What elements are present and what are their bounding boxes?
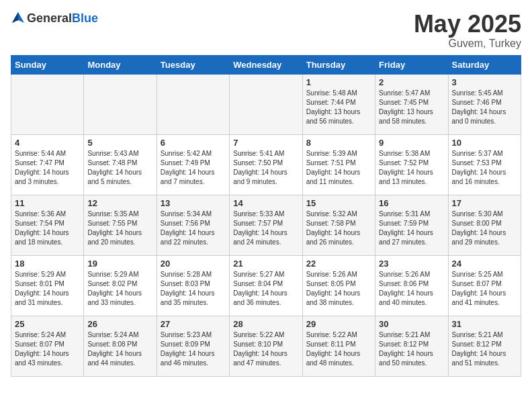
calendar-cell: 5Sunrise: 5:43 AM Sunset: 7:48 PM Daylig… <box>84 134 157 195</box>
day-number: 31 <box>452 319 517 329</box>
day-number: 29 <box>306 319 371 329</box>
day-info: Sunrise: 5:21 AM Sunset: 8:12 PM Dayligh… <box>452 330 517 368</box>
calendar-cell: 9Sunrise: 5:38 AM Sunset: 7:52 PM Daylig… <box>375 134 448 195</box>
calendar-week-4: 25Sunrise: 5:24 AM Sunset: 8:07 PM Dayli… <box>11 316 521 376</box>
day-number: 28 <box>233 319 298 329</box>
calendar-cell: 22Sunrise: 5:26 AM Sunset: 8:05 PM Dayli… <box>302 255 375 316</box>
day-number: 1 <box>306 77 371 87</box>
calendar-cell: 3Sunrise: 5:45 AM Sunset: 7:46 PM Daylig… <box>448 74 521 134</box>
day-info: Sunrise: 5:24 AM Sunset: 8:07 PM Dayligh… <box>15 330 80 368</box>
day-info: Sunrise: 5:28 AM Sunset: 8:03 PM Dayligh… <box>161 270 226 308</box>
calendar-cell: 2Sunrise: 5:47 AM Sunset: 7:45 PM Daylig… <box>375 74 448 134</box>
page-header: GeneralBlue May 2025 Guvem, Turkey <box>11 11 521 50</box>
calendar-cell: 25Sunrise: 5:24 AM Sunset: 8:07 PM Dayli… <box>11 316 84 376</box>
logo-blue: Blue <box>72 11 98 25</box>
day-info: Sunrise: 5:22 AM Sunset: 8:11 PM Dayligh… <box>306 330 371 368</box>
calendar-cell: 24Sunrise: 5:25 AM Sunset: 8:07 PM Dayli… <box>448 255 521 316</box>
day-info: Sunrise: 5:26 AM Sunset: 8:06 PM Dayligh… <box>379 270 444 308</box>
day-number: 22 <box>306 259 371 269</box>
calendar-cell: 8Sunrise: 5:39 AM Sunset: 7:51 PM Daylig… <box>302 134 375 195</box>
col-thursday: Thursday <box>302 55 375 74</box>
day-info: Sunrise: 5:43 AM Sunset: 7:48 PM Dayligh… <box>87 149 152 187</box>
calendar-header: Sunday Monday Tuesday Wednesday Thursday… <box>11 55 521 74</box>
day-number: 7 <box>233 138 298 148</box>
day-number: 4 <box>15 138 80 148</box>
day-number: 26 <box>87 319 152 329</box>
day-info: Sunrise: 5:44 AM Sunset: 7:47 PM Dayligh… <box>15 149 80 187</box>
day-number: 21 <box>233 259 298 269</box>
day-info: Sunrise: 5:33 AM Sunset: 7:57 PM Dayligh… <box>233 210 298 247</box>
day-info: Sunrise: 5:22 AM Sunset: 8:10 PM Dayligh… <box>233 330 298 368</box>
logo-text: GeneralBlue <box>27 11 98 26</box>
day-info: Sunrise: 5:35 AM Sunset: 7:55 PM Dayligh… <box>87 210 152 247</box>
calendar-week-0: 1Sunrise: 5:48 AM Sunset: 7:44 PM Daylig… <box>11 74 521 134</box>
day-info: Sunrise: 5:37 AM Sunset: 7:53 PM Dayligh… <box>452 149 517 187</box>
calendar-cell: 21Sunrise: 5:27 AM Sunset: 8:04 PM Dayli… <box>230 255 302 316</box>
day-info: Sunrise: 5:42 AM Sunset: 7:49 PM Dayligh… <box>161 149 226 187</box>
subtitle: Guvem, Turkey <box>414 38 521 50</box>
calendar-week-2: 11Sunrise: 5:36 AM Sunset: 7:54 PM Dayli… <box>11 195 521 255</box>
calendar-cell: 29Sunrise: 5:22 AM Sunset: 8:11 PM Dayli… <box>302 316 375 376</box>
day-number: 8 <box>306 138 371 148</box>
day-number: 12 <box>87 198 152 208</box>
day-number: 20 <box>161 259 226 269</box>
day-number: 30 <box>379 319 444 329</box>
month-title: May 2025 <box>414 11 521 38</box>
calendar-cell <box>157 74 229 134</box>
day-number: 6 <box>161 138 226 148</box>
day-number: 3 <box>452 77 517 87</box>
day-info: Sunrise: 5:29 AM Sunset: 8:02 PM Dayligh… <box>87 270 152 308</box>
calendar-cell: 7Sunrise: 5:41 AM Sunset: 7:50 PM Daylig… <box>230 134 302 195</box>
calendar-cell: 20Sunrise: 5:28 AM Sunset: 8:03 PM Dayli… <box>157 255 229 316</box>
day-number: 14 <box>233 198 298 208</box>
day-number: 13 <box>161 198 226 208</box>
day-number: 2 <box>379 77 444 87</box>
header-row: Sunday Monday Tuesday Wednesday Thursday… <box>11 55 521 74</box>
day-number: 24 <box>452 259 517 269</box>
day-info: Sunrise: 5:47 AM Sunset: 7:45 PM Dayligh… <box>379 89 444 126</box>
col-sunday: Sunday <box>11 55 84 74</box>
day-number: 25 <box>15 319 80 329</box>
day-number: 19 <box>87 259 152 269</box>
calendar-cell: 18Sunrise: 5:29 AM Sunset: 8:01 PM Dayli… <box>11 255 84 316</box>
day-info: Sunrise: 5:39 AM Sunset: 7:51 PM Dayligh… <box>306 149 371 187</box>
day-number: 23 <box>379 259 444 269</box>
calendar-cell: 26Sunrise: 5:24 AM Sunset: 8:08 PM Dayli… <box>84 316 157 376</box>
calendar-cell: 15Sunrise: 5:32 AM Sunset: 7:58 PM Dayli… <box>302 195 375 255</box>
day-info: Sunrise: 5:21 AM Sunset: 8:12 PM Dayligh… <box>379 330 444 368</box>
day-info: Sunrise: 5:34 AM Sunset: 7:56 PM Dayligh… <box>161 210 226 247</box>
day-info: Sunrise: 5:26 AM Sunset: 8:05 PM Dayligh… <box>306 270 371 308</box>
day-info: Sunrise: 5:45 AM Sunset: 7:46 PM Dayligh… <box>452 89 517 126</box>
day-number: 16 <box>379 198 444 208</box>
calendar-cell: 23Sunrise: 5:26 AM Sunset: 8:06 PM Dayli… <box>375 255 448 316</box>
title-block: May 2025 Guvem, Turkey <box>414 11 521 50</box>
calendar-cell <box>230 74 302 134</box>
calendar-week-1: 4Sunrise: 5:44 AM Sunset: 7:47 PM Daylig… <box>11 134 521 195</box>
day-info: Sunrise: 5:30 AM Sunset: 8:00 PM Dayligh… <box>452 210 517 247</box>
day-number: 17 <box>452 198 517 208</box>
calendar-table: Sunday Monday Tuesday Wednesday Thursday… <box>11 55 521 377</box>
day-info: Sunrise: 5:25 AM Sunset: 8:07 PM Dayligh… <box>452 270 517 308</box>
col-wednesday: Wednesday <box>230 55 302 74</box>
calendar-cell: 4Sunrise: 5:44 AM Sunset: 7:47 PM Daylig… <box>11 134 84 195</box>
calendar-cell: 27Sunrise: 5:23 AM Sunset: 8:09 PM Dayli… <box>157 316 229 376</box>
calendar-cell: 6Sunrise: 5:42 AM Sunset: 7:49 PM Daylig… <box>157 134 229 195</box>
day-info: Sunrise: 5:24 AM Sunset: 8:08 PM Dayligh… <box>87 330 152 368</box>
day-number: 15 <box>306 198 371 208</box>
logo-general: General <box>27 11 72 25</box>
calendar-cell: 14Sunrise: 5:33 AM Sunset: 7:57 PM Dayli… <box>230 195 302 255</box>
calendar-cell: 10Sunrise: 5:37 AM Sunset: 7:53 PM Dayli… <box>448 134 521 195</box>
day-info: Sunrise: 5:38 AM Sunset: 7:52 PM Dayligh… <box>379 149 444 187</box>
calendar-cell <box>84 74 157 134</box>
calendar-cell: 19Sunrise: 5:29 AM Sunset: 8:02 PM Dayli… <box>84 255 157 316</box>
day-info: Sunrise: 5:41 AM Sunset: 7:50 PM Dayligh… <box>233 149 298 187</box>
col-monday: Monday <box>84 55 157 74</box>
day-info: Sunrise: 5:48 AM Sunset: 7:44 PM Dayligh… <box>306 89 371 126</box>
day-number: 10 <box>452 138 517 148</box>
calendar-cell: 16Sunrise: 5:31 AM Sunset: 7:59 PM Dayli… <box>375 195 448 255</box>
day-number: 18 <box>15 259 80 269</box>
day-number: 11 <box>15 198 80 208</box>
col-tuesday: Tuesday <box>157 55 229 74</box>
calendar-cell <box>11 74 84 134</box>
calendar-body: 1Sunrise: 5:48 AM Sunset: 7:44 PM Daylig… <box>11 74 521 376</box>
